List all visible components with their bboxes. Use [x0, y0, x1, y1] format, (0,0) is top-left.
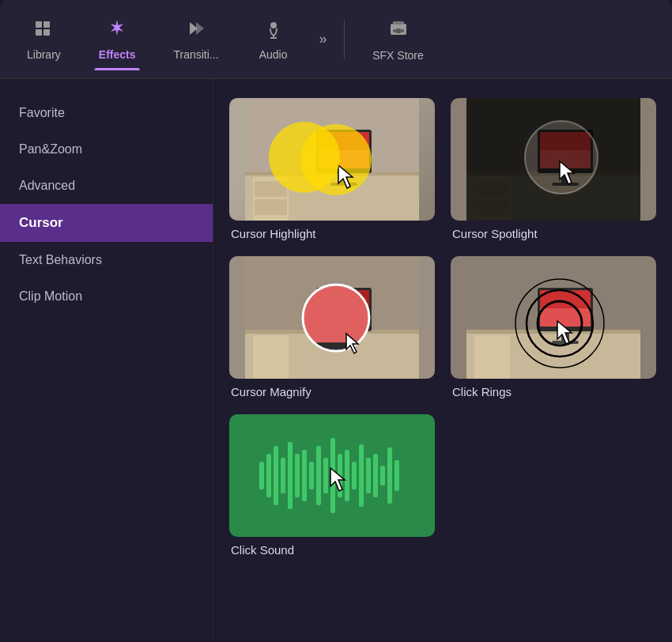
effect-item-click-sound[interactable]: Click Sound [229, 414, 435, 557]
effect-label-click-rings: Click Rings [451, 385, 656, 398]
svg-rect-19 [255, 199, 287, 215]
app-container: Library Effects Transiti... [0, 0, 672, 642]
svg-rect-77 [274, 446, 278, 505]
top-nav: Library Effects Transiti... [0, 0, 672, 79]
svg-rect-64 [474, 335, 510, 379]
nav-label-library: Library [27, 48, 61, 61]
library-icon [33, 18, 54, 43]
svg-rect-16 [245, 172, 419, 176]
svg-point-25 [300, 124, 372, 195]
svg-point-12 [401, 29, 404, 32]
sidebar-item-favorite[interactable]: Favorite [0, 95, 213, 131]
svg-rect-93 [387, 448, 392, 504]
nav-label-effects: Effects [99, 48, 136, 61]
nav-divider [344, 20, 345, 59]
sidebar-item-clip-motion[interactable]: Clip Motion [0, 278, 213, 315]
svg-rect-18 [255, 181, 287, 197]
svg-rect-91 [373, 454, 378, 497]
svg-rect-80 [295, 454, 300, 497]
sidebar-item-text-behaviors[interactable]: Text Behaviors [0, 242, 213, 278]
sfx-icon [387, 17, 410, 44]
nav-item-library[interactable]: Library [8, 9, 80, 70]
svg-rect-2 [36, 29, 42, 36]
nav-item-sfx[interactable]: SFX Store [351, 8, 446, 71]
effect-thumb-click-rings [451, 256, 656, 379]
effect-label-cursor-spotlight: Cursor Spotlight [451, 227, 656, 240]
svg-rect-78 [281, 458, 285, 493]
effect-thumb-click-sound [229, 414, 435, 537]
effect-item-cursor-magnify[interactable]: Cursor Magnify [229, 256, 435, 398]
nav-item-effects[interactable]: Effects [80, 9, 155, 70]
nav-label-audio: Audio [259, 48, 288, 61]
effect-item-cursor-spotlight[interactable]: Cursor Spotlight [451, 98, 656, 240]
svg-rect-88 [352, 462, 357, 489]
nav-item-transitions[interactable]: Transiti... [154, 9, 237, 70]
svg-rect-87 [345, 450, 349, 501]
svg-rect-90 [366, 458, 371, 493]
svg-rect-0 [36, 21, 42, 28]
svg-rect-83 [316, 446, 321, 505]
audio-icon [263, 18, 284, 43]
svg-rect-76 [266, 454, 271, 497]
sidebar: Favorite Pan&Zoom Advanced Cursor Text B… [0, 79, 213, 642]
svg-rect-81 [302, 450, 307, 501]
nav-label-transitions: Transiti... [173, 48, 218, 61]
effect-label-click-sound: Click Sound [229, 543, 435, 557]
svg-rect-92 [380, 466, 385, 485]
effect-thumb-cursor-magnify [229, 256, 435, 379]
svg-rect-48 [253, 335, 289, 379]
svg-rect-75 [259, 462, 264, 489]
effects-icon [107, 18, 127, 43]
effect-thumb-cursor-spotlight [451, 98, 656, 221]
effect-item-cursor-highlight[interactable]: Cursor Highlight [229, 98, 435, 240]
effect-label-cursor-highlight: Cursor Highlight [229, 227, 435, 240]
svg-marker-5 [196, 22, 204, 35]
transitions-icon [186, 18, 206, 43]
effect-thumb-cursor-highlight [229, 98, 435, 221]
effects-grid: Cursor Highlight [229, 98, 656, 557]
sidebar-item-pan-zoom[interactable]: Pan&Zoom [0, 131, 213, 168]
effect-label-cursor-magnify: Cursor Magnify [229, 385, 435, 398]
svg-rect-10 [393, 21, 404, 25]
svg-rect-89 [359, 444, 364, 507]
svg-rect-13 [396, 28, 401, 33]
nav-items: Library Effects Transiti... [8, 9, 338, 70]
svg-point-11 [393, 29, 396, 32]
sidebar-item-cursor[interactable]: Cursor [0, 204, 213, 242]
svg-rect-94 [395, 460, 399, 491]
svg-rect-42 [466, 98, 640, 221]
svg-point-6 [270, 22, 277, 28]
main-content: Favorite Pan&Zoom Advanced Cursor Text B… [0, 79, 672, 642]
svg-rect-79 [288, 442, 293, 509]
svg-rect-84 [323, 458, 328, 493]
effect-item-click-rings[interactable]: Click Rings [451, 256, 656, 398]
effects-panel: Cursor Highlight [213, 79, 672, 642]
nav-more-button[interactable]: » [309, 25, 338, 54]
svg-rect-82 [309, 462, 314, 489]
nav-item-audio[interactable]: Audio [238, 9, 309, 70]
nav-label-sfx: SFX Store [372, 49, 424, 62]
sidebar-item-advanced[interactable]: Advanced [0, 168, 213, 204]
svg-rect-1 [43, 21, 50, 28]
svg-rect-3 [43, 29, 50, 36]
